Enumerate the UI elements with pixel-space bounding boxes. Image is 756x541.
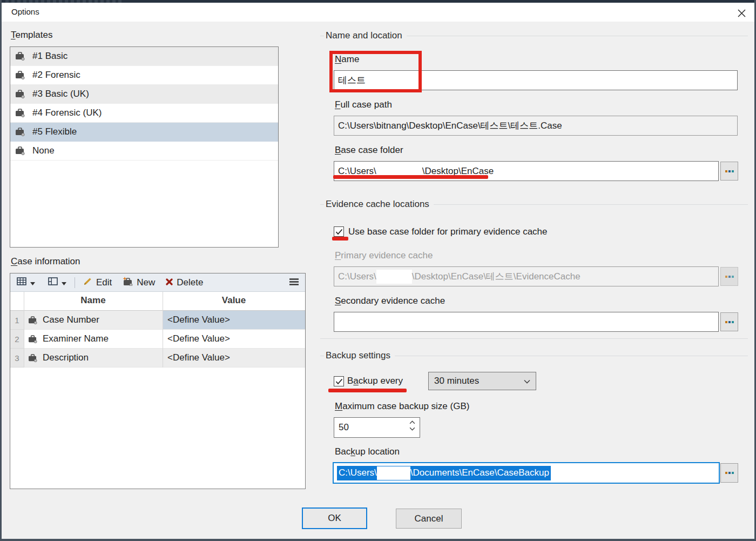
template-item-5-selected[interactable]: #5 Flexible (10, 123, 278, 142)
titlebar[interactable]: Options (2, 3, 754, 22)
evidence-cache-group-label: Evidence cache locations (324, 199, 434, 210)
toolbar-divider (75, 277, 75, 288)
cancel-button[interactable]: Cancel (396, 509, 462, 529)
row-number: 1 (10, 311, 24, 330)
section-divider (320, 338, 748, 339)
annotation-underline-backup-every (328, 389, 407, 392)
browse-base-folder-button[interactable] (720, 162, 738, 181)
full-case-path-label: Full case path (335, 99, 392, 110)
new-briefcase-icon[interactable] (123, 277, 133, 289)
template-item-label: #3 Basic (UK) (32, 89, 89, 99)
table-view-icon[interactable] (17, 277, 26, 288)
checkmark-icon (335, 378, 343, 385)
template-item-label: #4 Forensic (UK) (32, 108, 102, 118)
annotation-red-rect-name (329, 51, 422, 92)
annotation-underline-checkbox (332, 237, 348, 241)
backup-interval-select[interactable]: 30 minutes (428, 372, 536, 390)
briefcase-icon (15, 90, 25, 98)
template-item-label: #1 Basic (32, 51, 68, 62)
cell-name: Examiner Name (43, 333, 109, 344)
annotation-underline-base-folder (333, 175, 488, 179)
chevron-down-icon[interactable] (30, 277, 35, 288)
row-number: 2 (10, 330, 24, 349)
template-item-3[interactable]: #3 Basic (UK) (10, 85, 278, 104)
row-number: 3 (10, 349, 24, 368)
selected-text: C:\Users\\Documents\EnCase\CaseBackup (337, 466, 551, 480)
max-backup-size-value: 50 (339, 422, 349, 433)
template-item-label: #5 Flexible (32, 126, 77, 137)
chevron-down-icon (524, 379, 530, 384)
briefcase-icon (15, 109, 25, 117)
spinner-up-icon[interactable] (409, 420, 415, 424)
templates-list[interactable]: #1 Basic #2 Forensic #3 Basic (UK) #4 Fo… (10, 46, 279, 248)
briefcase-icon (15, 52, 25, 61)
edit-button[interactable]: Edit (96, 277, 112, 288)
template-item-label: #2 Forensic (32, 70, 80, 81)
briefcase-icon (15, 71, 25, 79)
templates-label: Templates (11, 30, 52, 41)
primary-cache-input: C:\Users\\Desktop\EnCase\테스트\EvidenceCac… (334, 266, 719, 286)
browse-primary-cache-button (720, 267, 738, 286)
template-item-4[interactable]: #4 Forensic (UK) (10, 104, 278, 123)
delete-button[interactable]: Delete (177, 277, 203, 288)
briefcase-icon (28, 354, 37, 362)
case-information-panel: Edit New Delete Name Value 1 Case Number… (10, 273, 306, 489)
primary-cache-label: Primary evidence cache (335, 250, 433, 261)
split-view-icon[interactable] (48, 277, 58, 288)
max-backup-size-stepper[interactable]: 50 (334, 417, 420, 438)
cell-name: Case Number (43, 315, 99, 325)
delete-x-icon[interactable] (166, 277, 173, 288)
backup-settings-group-label: Backup settings (324, 350, 395, 361)
redaction-box (376, 270, 412, 284)
checkmark-icon (335, 229, 343, 235)
column-header-value[interactable]: Value (163, 295, 305, 306)
dialog-title: Options (11, 7, 39, 16)
base-case-folder-label: Base case folder (335, 145, 403, 156)
name-location-group-label: Name and location (324, 30, 407, 41)
backup-every-checkbox[interactable] (334, 376, 344, 386)
use-base-folder-label[interactable]: Use base case folder for primary evidenc… (348, 226, 548, 237)
browse-secondary-cache-button[interactable] (720, 312, 738, 331)
column-header-name[interactable]: Name (24, 295, 163, 306)
backup-interval-value: 30 minutes (434, 376, 479, 386)
cell-value-selected[interactable]: <Define Value> (163, 311, 305, 330)
template-item-1[interactable]: #1 Basic (10, 47, 278, 66)
briefcase-icon (15, 128, 25, 136)
secondary-cache-input[interactable] (334, 312, 719, 332)
table-row[interactable]: 2 Examiner Name <Define Value> (10, 330, 305, 349)
table-row[interactable]: 3 Description <Define Value> (10, 349, 305, 368)
template-item-none[interactable]: None (10, 142, 278, 161)
case-info-toolbar: Edit New Delete (10, 273, 305, 292)
browse-backup-location-button[interactable] (720, 463, 738, 483)
ok-button[interactable]: OK (302, 507, 367, 529)
table-header-row: Name Value (10, 292, 305, 311)
cell-value[interactable]: <Define Value> (163, 349, 305, 368)
briefcase-icon (28, 335, 37, 343)
backup-location-label: Backup location (335, 446, 400, 457)
options-dialog: Options Templates #1 Basic #2 Forensic #… (0, 0, 756, 541)
briefcase-icon (28, 316, 37, 324)
chevron-down-icon[interactable] (62, 277, 66, 288)
spinner-down-icon[interactable] (409, 427, 415, 431)
max-backup-size-label: Maximum case backup size (GB) (335, 401, 469, 412)
redaction-box (377, 466, 410, 480)
use-base-folder-checkbox[interactable] (334, 226, 344, 237)
template-item-label: None (32, 145, 55, 156)
cell-name: Description (43, 352, 89, 363)
secondary-cache-label: Secondary evidence cache (335, 296, 445, 306)
backup-every-label[interactable]: Backup every (347, 376, 403, 386)
close-icon[interactable] (736, 8, 747, 18)
case-information-label: Case information (11, 256, 80, 267)
briefcase-icon (15, 146, 25, 155)
new-button[interactable]: New (137, 277, 155, 288)
backup-location-input[interactable]: C:\Users\\Documents\EnCase\CaseBackup (333, 462, 720, 484)
template-item-2[interactable]: #2 Forensic (10, 66, 278, 85)
full-case-path-input: C:\Users\bitnang\Desktop\EnCase\테스트\테스트.… (334, 116, 738, 136)
cell-value[interactable]: <Define Value> (163, 330, 305, 349)
edit-icon[interactable] (83, 277, 92, 289)
table-row[interactable]: 1 Case Number <Define Value> (10, 311, 305, 330)
menu-icon[interactable] (289, 277, 299, 288)
